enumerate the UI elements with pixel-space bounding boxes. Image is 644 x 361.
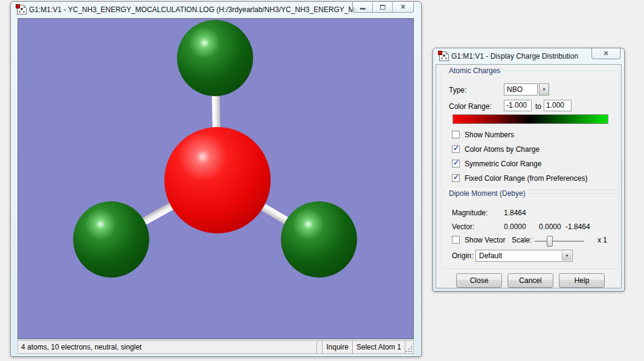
show-numbers-label[interactable]: Show Numbers [465,131,514,139]
atomic-charges-group-label: Atomic Charges [446,67,503,75]
chevron-down-icon: ▼ [565,254,569,258]
chevron-down-icon: ▼ [543,88,546,91]
desktop: G1:M1:V1 - YC_NH3_ENERGY_MOCALCULATION.L… [0,0,644,361]
main-window: G1:M1:V1 - YC_NH3_ENERGY_MOCALCULATION.L… [10,1,422,357]
dipole-moment-group: Dipole Moment (Debye) Magnitude: 1.8464 … [441,194,619,268]
molecule-canvas[interactable] [18,18,414,339]
resize-grip[interactable] [405,341,413,353]
dialog-close-button[interactable]: ✕ [592,48,620,59]
minimize-button[interactable] [353,2,373,12]
fixed-color-range-label[interactable]: Fixed Color Range (from Preferences) [465,174,587,183]
vector-label: Vector: [452,223,474,231]
show-vector-label[interactable]: Show Vector [465,236,505,244]
dialog-title: G1:M1:V1 - Display Charge Distribution [451,52,578,60]
atom-hydrogen-top[interactable] [177,20,253,96]
dialog-cancel-pushbutton[interactable]: Cancel [507,273,553,288]
origin-label: Origin: [452,252,473,260]
type-combobox[interactable]: NBO [504,83,538,96]
minimize-icon [360,8,365,10]
atom-hydrogen-right[interactable] [281,201,357,278]
scale-slider[interactable] [535,241,584,242]
main-client-area: 4 atoms, 10 electrons, neutral, singlet … [18,18,414,354]
dialog-help-pushbutton[interactable]: Help [559,273,605,288]
show-vector-checkbox[interactable] [452,236,460,244]
color-range-to-label: to [535,102,541,111]
atom-hydrogen-left[interactable] [73,201,149,278]
fixed-color-range-checkbox[interactable]: ✓ [452,174,460,182]
color-range-label: Color Range: [449,102,492,111]
status-molecule-summary: 4 atoms, 10 electrons, neutral, singlet [18,343,317,351]
check-icon: ✓ [453,173,459,181]
scale-label: Scale: [512,236,532,244]
maximize-button[interactable] [373,2,393,12]
color-atoms-by-charge-label[interactable]: Color Atoms by Charge [465,145,539,154]
caption-buttons: ✕ [352,2,414,13]
check-icon: ✓ [453,144,459,152]
close-button[interactable]: ✕ [393,2,413,12]
origin-combobox-arrow[interactable]: ▼ [562,251,572,261]
maximize-icon [380,5,385,10]
color-range-min-input[interactable]: -1.000 [504,100,532,111]
scale-factor-value: x 1 [597,236,607,244]
atomic-charges-group: Atomic Charges Type: NBO ▼ Color Range: … [441,71,619,190]
type-combobox-arrow[interactable]: ▼ [539,83,549,96]
origin-combobox-value: Default [479,252,502,260]
close-icon: ✕ [400,4,405,10]
status-bar: 4 atoms, 10 electrons, neutral, singlet … [18,340,414,354]
close-icon: ✕ [603,50,608,57]
status-empty-segment [317,341,322,353]
show-numbers-checkbox[interactable] [452,131,460,138]
charge-color-gradient-bar [452,114,608,124]
status-inquire: Inquire [322,341,352,353]
main-window-title: G1:M1:V1 - YC_NH3_ENERGY_MOCALCULATION.L… [29,5,355,14]
color-atoms-by-charge-checkbox[interactable]: ✓ [452,145,460,153]
resize-grip-icon [406,346,413,353]
vector-x-value: 0.0000 [504,223,526,231]
dialog-close-pushbutton[interactable]: Close [456,273,502,288]
vector-z-value: -1.8464 [565,223,590,231]
gaussview-doc-icon [439,51,449,61]
gaussview-doc-icon [17,5,27,15]
color-range-max-input[interactable]: 1.000 [544,100,572,111]
dialog-caption-buttons: ✕ [591,48,620,59]
dialog-content: Atomic Charges Type: NBO ▼ Color Range: … [436,64,622,288]
scale-slider-thumb[interactable] [547,236,553,247]
vector-y-value: 0.0000 [539,223,561,231]
magnitude-label: Magnitude: [452,209,488,217]
atom-nitrogen-center[interactable] [164,127,271,233]
symmetric-color-range-checkbox[interactable]: ✓ [452,160,460,167]
type-label: Type: [449,86,466,94]
origin-combobox[interactable]: Default ▼ [475,250,573,262]
status-select-atom: Select Atom 1 [352,341,405,353]
symmetric-color-range-label[interactable]: Symmetric Color Range [465,160,541,168]
check-icon: ✓ [453,158,459,167]
charge-distribution-dialog: G1:M1:V1 - Display Charge Distribution ✕… [433,48,625,291]
dipole-moment-group-label: Dipole Moment (Debye) [446,189,528,198]
magnitude-value: 1.8464 [504,209,526,217]
